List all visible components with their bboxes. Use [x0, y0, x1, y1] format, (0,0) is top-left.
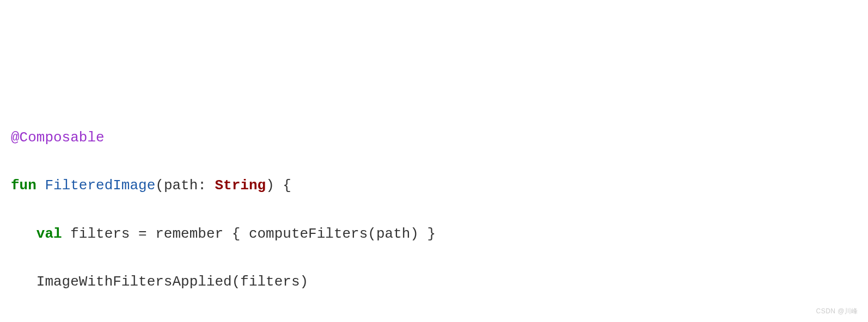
code-line-2: fun FilteredImage(path: String) { — [11, 174, 857, 197]
type-name: String — [215, 177, 266, 194]
indent — [11, 274, 36, 290]
code-line-5: } — [11, 318, 857, 322]
paren-close-brace: ) { — [266, 177, 291, 194]
watermark-text: CSDN @川峰 — [816, 306, 858, 317]
indent — [11, 226, 36, 242]
code-line-1: @Composable — [11, 126, 857, 150]
code-block: @Composable fun FilteredImage(path: Stri… — [11, 102, 857, 322]
param-name: path — [164, 177, 198, 194]
keyword-fun: fun — [11, 177, 36, 194]
function-call: ImageWithFiltersApplied(filters) — [36, 274, 308, 290]
function-name: FilteredImage — [45, 177, 155, 194]
code-line-4: ImageWithFiltersApplied(filters) — [11, 270, 857, 294]
colon: : — [198, 177, 215, 194]
expression: filters = remember { computeFilters(path… — [70, 226, 436, 242]
keyword-val: val — [36, 226, 62, 242]
code-line-3: val filters = remember { computeFilters(… — [11, 222, 857, 246]
annotation-composable: @Composable — [11, 129, 105, 146]
paren-open: ( — [155, 177, 164, 194]
space — [62, 226, 71, 242]
